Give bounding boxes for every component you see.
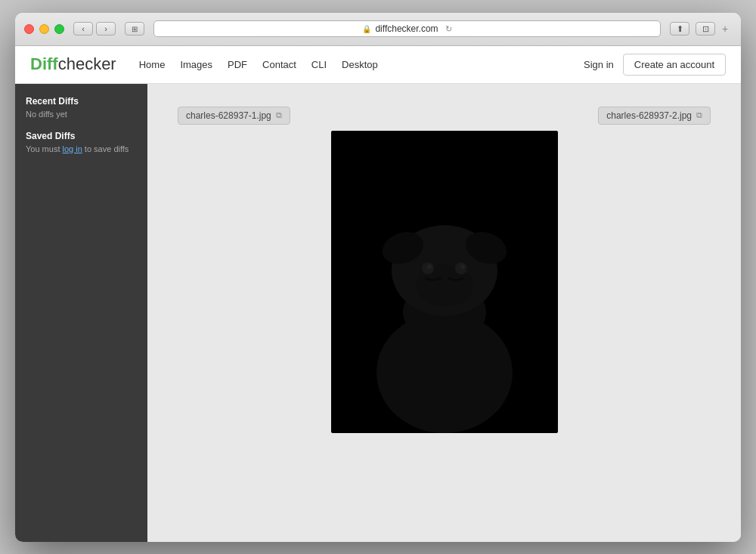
svg-point-7 <box>427 265 432 269</box>
maximize-button[interactable] <box>54 24 64 34</box>
file2-copy-icon[interactable]: ⧉ <box>696 110 702 120</box>
address-bar[interactable]: 🔒 diffchecker.com ↻ <box>153 20 661 37</box>
nav-cli[interactable]: CLI <box>311 59 327 70</box>
file-labels: charles-628937-1.jpg ⧉ charles-628937-2.… <box>178 107 711 125</box>
traffic-lights <box>24 24 64 34</box>
log-in-link[interactable]: log in <box>63 144 82 153</box>
logo-diff: Diff <box>30 54 58 74</box>
svg-point-9 <box>460 265 465 269</box>
file1-name: charles-628937-1.jpg <box>186 110 271 121</box>
nav-home[interactable]: Home <box>139 59 166 70</box>
new-tab-button[interactable]: + <box>718 22 732 36</box>
image-diff-area <box>178 131 711 433</box>
minimize-button[interactable] <box>39 24 49 34</box>
file2-label: charles-628937-2.jpg ⧉ <box>598 107 711 125</box>
back-button[interactable]: ‹ <box>73 22 93 36</box>
sign-in-button[interactable]: Sign in <box>584 59 614 70</box>
recent-diffs-title: Recent Diffs <box>26 96 137 107</box>
toolbar-right: ⬆ ⊡ <box>670 22 715 36</box>
create-account-button[interactable]: Create an account <box>623 54 726 76</box>
refresh-icon: ↻ <box>445 24 452 34</box>
share-button[interactable]: ⬆ <box>670 22 689 36</box>
close-button[interactable] <box>24 24 34 34</box>
address-text: diffchecker.com <box>375 23 438 34</box>
nav-links: Home Images PDF Contact CLI Desktop <box>139 59 584 70</box>
file2-name: charles-628937-2.jpg <box>606 110 692 121</box>
diff-containers: charles-628937-1.jpg ⧉ charles-628937-2.… <box>178 107 711 433</box>
nav-desktop[interactable]: Desktop <box>342 59 378 70</box>
recent-diffs-content: No diffs yet <box>26 110 137 119</box>
reader-button[interactable]: ⊞ <box>125 22 144 36</box>
file1-label: charles-628937-1.jpg ⧉ <box>178 107 290 125</box>
dog-image-svg <box>339 146 550 433</box>
forward-button[interactable]: › <box>96 22 116 36</box>
logo-checker: checker <box>58 54 116 74</box>
saved-diffs-text-before: You must <box>26 144 63 153</box>
content-area: charles-628937-1.jpg ⧉ charles-628937-2.… <box>147 84 741 542</box>
saved-diffs-title: Saved Diffs <box>26 131 137 141</box>
top-nav: Diff checker Home Images PDF Contact CLI… <box>15 46 741 84</box>
file1-copy-icon[interactable]: ⧉ <box>276 110 282 120</box>
nav-buttons: ‹ › <box>73 22 116 36</box>
sidebar-toggle-button[interactable]: ⊡ <box>696 22 715 36</box>
nav-contact[interactable]: Contact <box>262 59 296 70</box>
saved-diffs-text-after: to save diffs <box>82 144 129 153</box>
nav-actions: Sign in Create an account <box>584 54 726 76</box>
title-bar: ‹ › ⊞ 🔒 diffchecker.com ↻ ⬆ ⊡ + <box>15 13 741 46</box>
sidebar: Recent Diffs No diffs yet Saved Diffs Yo… <box>15 84 147 542</box>
diff-image-container <box>331 131 558 433</box>
main-layout: Recent Diffs No diffs yet Saved Diffs Yo… <box>15 84 741 542</box>
lock-icon: 🔒 <box>362 25 371 33</box>
browser-window: ‹ › ⊞ 🔒 diffchecker.com ↻ ⬆ ⊡ + Diff che… <box>15 13 741 542</box>
logo[interactable]: Diff checker <box>30 54 116 74</box>
app-content: Diff checker Home Images PDF Contact CLI… <box>15 46 741 542</box>
nav-images[interactable]: Images <box>180 59 212 70</box>
saved-diffs-content: You must log in to save diffs <box>26 144 137 153</box>
nav-pdf[interactable]: PDF <box>228 59 247 70</box>
